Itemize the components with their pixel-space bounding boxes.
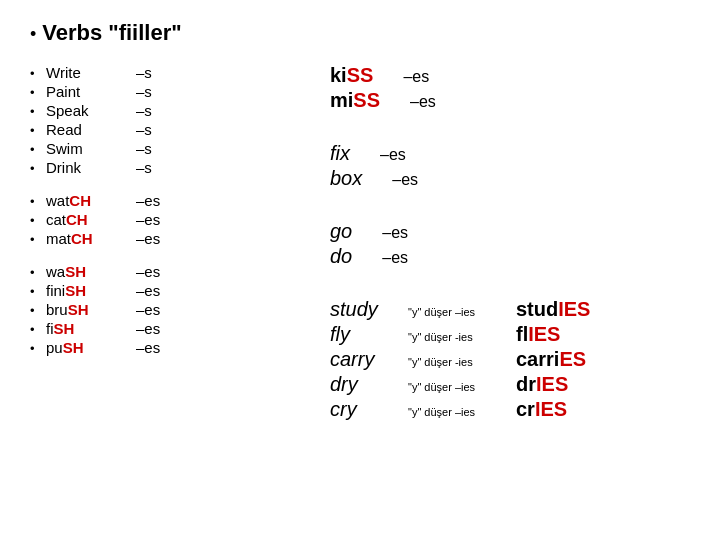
bullet: • bbox=[30, 322, 46, 337]
bullet: • bbox=[30, 213, 46, 228]
bullet: • bbox=[30, 232, 46, 247]
main-layout: • Write –s • Paint –s • Speak –s • Read bbox=[30, 64, 690, 421]
verb-row: • Read –s bbox=[30, 121, 310, 138]
verb-word: bruSH bbox=[46, 301, 136, 318]
go-suffix: –es bbox=[382, 224, 408, 242]
bullet: • bbox=[30, 123, 46, 138]
verb-word: Read bbox=[46, 121, 136, 138]
do-word: do bbox=[330, 245, 352, 268]
bullet: • bbox=[30, 284, 46, 299]
highlight: CH bbox=[66, 211, 88, 228]
bullet: • bbox=[30, 341, 46, 356]
highlight: SH bbox=[65, 282, 86, 299]
spacer bbox=[330, 208, 690, 220]
spacer bbox=[330, 130, 690, 142]
cry-result: crIES bbox=[516, 398, 567, 421]
carry-note: "y" düşer -ies bbox=[408, 356, 508, 368]
fix-word: fix bbox=[330, 142, 350, 165]
kiss-row: kiSS –es bbox=[330, 64, 690, 87]
kiss-suffix: –es bbox=[403, 68, 429, 86]
do-row: do –es bbox=[330, 245, 690, 268]
study-result: studIES bbox=[516, 298, 590, 321]
carry-row: carry "y" düşer -ies carriES bbox=[330, 348, 690, 371]
highlight: CH bbox=[71, 230, 93, 247]
verb-suffix: –s bbox=[136, 140, 152, 157]
miss-word: miSS bbox=[330, 89, 380, 112]
bullet: • bbox=[30, 104, 46, 119]
verb-row: • puSH –es bbox=[30, 339, 310, 356]
cry-base: cry bbox=[330, 398, 400, 421]
ss-highlight: SS bbox=[347, 64, 374, 86]
verb-suffix: –es bbox=[136, 230, 160, 247]
fly-base: fly bbox=[330, 323, 400, 346]
go-section: go –es do –es bbox=[330, 220, 690, 268]
highlight: SH bbox=[54, 320, 75, 337]
dry-note: "y" düşer –ies bbox=[408, 381, 508, 393]
verb-group-2: • watCH –es • catCH –es • matCH –es bbox=[30, 192, 310, 247]
do-suffix: –es bbox=[382, 249, 408, 267]
page-container: • Verbs "fiiller" • Write –s • Paint –s … bbox=[30, 20, 690, 421]
verb-row: • Drink –s bbox=[30, 159, 310, 176]
title-row: • Verbs "fiiller" bbox=[30, 20, 690, 46]
kiss-word: kiSS bbox=[330, 64, 373, 87]
bullet: • bbox=[30, 265, 46, 280]
highlight: SH bbox=[68, 301, 89, 318]
fix-section: fix –es box –es bbox=[330, 142, 690, 190]
verb-suffix: –es bbox=[136, 320, 160, 337]
miss-row: miSS –es bbox=[330, 89, 690, 112]
box-word: box bbox=[330, 167, 362, 190]
box-row: box –es bbox=[330, 167, 690, 190]
go-word: go bbox=[330, 220, 352, 243]
verb-row: • watCH –es bbox=[30, 192, 310, 209]
verb-word: Swim bbox=[46, 140, 136, 157]
ss-highlight: SS bbox=[353, 89, 380, 111]
verb-row: • waSH –es bbox=[30, 263, 310, 280]
bullet: • bbox=[30, 85, 46, 100]
go-row: go –es bbox=[330, 220, 690, 243]
verb-row: • catCH –es bbox=[30, 211, 310, 228]
verb-suffix: –es bbox=[136, 192, 160, 209]
verb-suffix: –s bbox=[136, 102, 152, 119]
bullet: • bbox=[30, 194, 46, 209]
verb-row: • Speak –s bbox=[30, 102, 310, 119]
cry-row: cry "y" düşer –ies crIES bbox=[330, 398, 690, 421]
verb-suffix: –es bbox=[136, 282, 160, 299]
fix-row: fix –es bbox=[330, 142, 690, 165]
fly-note: "y" düşer -ies bbox=[408, 331, 508, 343]
study-section: study "y" düşer –ies studIES fly "y" düş… bbox=[330, 298, 690, 421]
dry-row: dry "y" düşer –ies drIES bbox=[330, 373, 690, 396]
verb-suffix: –s bbox=[136, 121, 152, 138]
spacer bbox=[330, 286, 690, 298]
verb-row: • matCH –es bbox=[30, 230, 310, 247]
verb-row: • Paint –s bbox=[30, 83, 310, 100]
title-bullet: • bbox=[30, 24, 36, 45]
title-verbs: Verbs bbox=[42, 20, 102, 46]
fly-result: flIES bbox=[516, 323, 560, 346]
highlight: CH bbox=[69, 192, 91, 209]
verb-row: • finiSH –es bbox=[30, 282, 310, 299]
verb-row: • fiSH –es bbox=[30, 320, 310, 337]
highlight: SH bbox=[63, 339, 84, 356]
title-fiiller: "fiiller" bbox=[108, 20, 181, 46]
dry-result: drIES bbox=[516, 373, 568, 396]
verb-row: • Swim –s bbox=[30, 140, 310, 157]
verb-word: waSH bbox=[46, 263, 136, 280]
bullet: • bbox=[30, 66, 46, 81]
cry-note: "y" düşer –ies bbox=[408, 406, 508, 418]
verb-suffix: –s bbox=[136, 83, 152, 100]
verb-suffix: –es bbox=[136, 263, 160, 280]
study-row: study "y" düşer –ies studIES bbox=[330, 298, 690, 321]
bullet: • bbox=[30, 303, 46, 318]
verb-row: • bruSH –es bbox=[30, 301, 310, 318]
verb-group-1: • Write –s • Paint –s • Speak –s • Read bbox=[30, 64, 310, 176]
verb-word: Drink bbox=[46, 159, 136, 176]
fly-row: fly "y" düşer -ies flIES bbox=[330, 323, 690, 346]
study-base: study bbox=[330, 298, 400, 321]
verb-word: finiSH bbox=[46, 282, 136, 299]
verb-row: • Write –s bbox=[30, 64, 310, 81]
highlight: SH bbox=[65, 263, 86, 280]
verb-suffix: –es bbox=[136, 339, 160, 356]
verb-suffix: –es bbox=[136, 211, 160, 228]
verb-word: watCH bbox=[46, 192, 136, 209]
dry-base: dry bbox=[330, 373, 400, 396]
